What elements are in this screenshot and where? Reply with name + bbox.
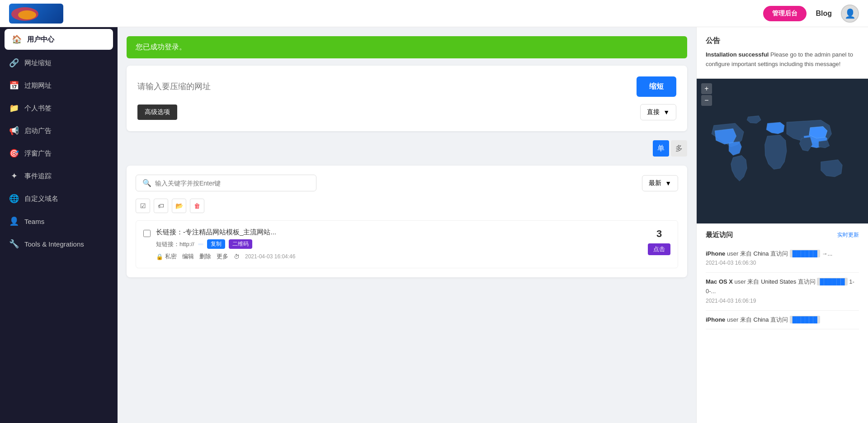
logo[interactable] [9,4,63,24]
admin-button[interactable]: 管理后台 [763,6,807,21]
user-icon: 👤 [9,216,19,226]
sidebar-item-short-links[interactable]: 🔗 网址缩短 [0,52,118,74]
visit-user-text-0: user 来自 [727,250,752,257]
blog-link[interactable]: Blog [816,10,832,18]
sidebar-label-custom-domain: 自定义域名 [24,195,58,203]
sidebar-item-startup-ads[interactable]: 📢 启动广告 [0,119,118,142]
search-input[interactable] [155,180,310,187]
link-checkbox[interactable] [143,230,151,237]
options-row: 高级选项 直接 ▼ [137,104,676,120]
view-toggle: 单 多 [127,138,687,158]
short-link-prefix: 短链接：http:// [156,240,194,248]
visit-link-2: ██████ [790,316,820,323]
link-icon: 🔗 [9,58,19,68]
sidebar-item-tools[interactable]: 🔧 Tools & Integrations [0,233,118,255]
announcement-title: 公告 [706,36,859,46]
sidebar-item-bookmarks[interactable]: 📁 个人书签 [0,97,118,119]
sidebar-label-startup-ads: 启动广告 [24,127,52,135]
visit-item-1: Mac OS X user 来自 United States 直访问 █████… [706,273,859,310]
url-input[interactable] [137,82,631,91]
click-badge-button[interactable]: 点击 [648,243,670,255]
sidebar-label-tools: Tools & Integrations [24,240,84,248]
world-map-svg [697,79,868,223]
sidebar-label-bookmarks: 个人书签 [24,104,52,113]
sidebar-label-short-links: 网址缩短 [24,59,52,67]
tag-button[interactable]: 🏷 [154,199,168,213]
visit-device-1: Mac OS X [706,278,733,285]
url-row: 缩短 [137,76,676,97]
search-filter-row: 🔍 最新 ▼ [136,175,678,191]
sidebar-item-user-center[interactable]: 🏠 用户中心 [5,29,113,50]
sidebar-label-teams: Teams [24,218,44,225]
sidebar-item-teams[interactable]: 👤 Teams [0,210,118,233]
search-icon: 🔍 [142,179,151,187]
more-link-button[interactable]: 更多 [217,252,228,261]
success-banner: 您已成功登录。 [127,36,687,58]
wrench-icon: 🔧 [9,239,19,249]
star-icon: ✦ [9,171,19,181]
sidebar-label-event-tracking: 事件追踪 [24,172,52,181]
chevron-down-icon: ▼ [663,109,670,116]
sidebar-item-event-tracking[interactable]: ✦ 事件追踪 [0,165,118,187]
visit-device-0: iPhone [706,250,725,257]
folder-move-button[interactable]: 📂 [172,199,186,213]
map-zoom-in-button[interactable]: + [701,83,712,94]
visit-arrow-0: →... [822,250,833,257]
link-info: 长链接：-专注精品网站模板_主流网站... 短链接：http:// 复制 二维码… [156,228,642,261]
visit-item-0: iPhone user 来自 China 直访问 ██████ →... 202… [706,245,859,273]
sidebar-item-float-ads[interactable]: 🎯 浮窗广告 [0,142,118,165]
visit-country-2: China [754,316,769,323]
folder-icon: 📁 [9,103,19,113]
visit-device-2: iPhone [706,316,725,323]
header: 管理后台 Blog 👤 [0,0,868,27]
recent-visits-header: 最近访问 实时更新 [706,231,859,239]
announcement-text: Installation successful Please go to the… [706,50,859,69]
chevron-down-sort-icon: ▼ [665,180,671,187]
sort-select[interactable]: 最新 ▼ [642,175,678,191]
visit-link-1: ██████ [817,278,847,285]
success-message: 您已成功登录。 [136,43,186,51]
sidebar-item-custom-domain[interactable]: 🌐 自定义域名 [0,187,118,210]
delete-link-button[interactable]: 删除 [199,252,211,261]
visit-country-0: China [754,250,769,257]
link-stats: 3 点击 [648,228,670,255]
visit-link-0: ██████ [790,250,820,257]
multi-view-button[interactable]: 多 [671,140,687,157]
clock-icon: ⏱ [234,253,240,260]
single-view-button[interactable]: 单 [653,140,669,157]
select-all-button[interactable]: ☑ [136,199,150,213]
sidebar: 🏠 用户中心 🔗 网址缩短 📅 过期网址 📁 个人书签 📢 启动广告 🎯 浮窗广… [0,27,118,423]
visit-action-0: 直访问 [770,250,788,257]
privacy-toggle[interactable]: 🔒 私密 [156,252,177,261]
redirect-select[interactable]: 直接 ▼ [640,104,676,120]
lock-icon: 🔒 [156,253,163,260]
link-card: 长链接：-专注精品网站模板_主流网站... 短链接：http:// 复制 二维码… [136,220,678,268]
url-input-section: 缩短 高级选项 直接 ▼ [127,66,687,131]
link-title: 长链接：-专注精品网站模板_主流网站... [156,228,642,237]
action-icons-row: ☑ 🏷 📂 🗑 [136,199,678,213]
visit-user-text-1: user 来自 [735,278,760,285]
privacy-label: 私密 [165,252,177,261]
announcement-section: 公告 Installation successful Please go to … [697,27,868,79]
shorten-button[interactable]: 缩短 [637,76,676,97]
main-content: 您已成功登录。 缩短 高级选项 直接 ▼ 单 多 [118,27,696,423]
header-right: 管理后台 Blog 👤 [763,5,859,23]
sidebar-item-expired-links[interactable]: 📅 过期网址 [0,74,118,97]
short-link-url [198,243,203,245]
realtime-update-badge[interactable]: 实时更新 [837,231,859,239]
copy-button[interactable]: 复制 [207,239,225,249]
sort-option-label: 最新 [649,179,661,187]
announcement-bold: Installation successful [706,51,769,58]
main-layout: 🏠 用户中心 🔗 网址缩短 📅 过期网址 📁 个人书签 📢 启动广告 🎯 浮窗广… [0,27,868,423]
map-zoom-out-button[interactable]: − [701,95,712,106]
qr-button[interactable]: 二维码 [229,239,252,249]
edit-link-button[interactable]: 编辑 [182,252,194,261]
avatar[interactable]: 👤 [841,5,859,23]
delete-selected-button[interactable]: 🗑 [190,199,204,213]
link-actions-row: 🔒 私密 编辑 删除 更多 ⏱ 2021-04-03 16:04:46 [156,252,642,261]
world-map: + − [697,79,868,223]
visit-item-2: iPhone user 来自 China 直访问 ██████ [706,311,859,330]
sidebar-label-expired-links: 过期网址 [24,81,52,90]
advanced-options-button[interactable]: 高级选项 [137,105,177,120]
search-box: 🔍 [136,175,316,191]
